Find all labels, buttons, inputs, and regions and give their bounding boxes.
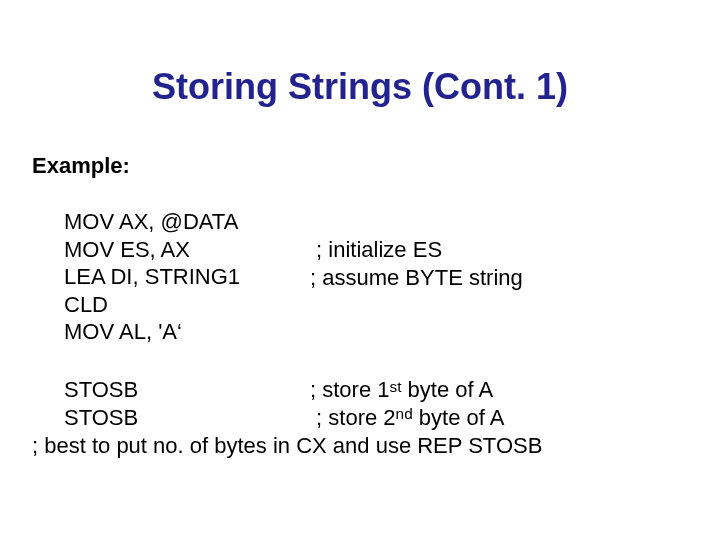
footer-comment-line: ; best to put no. of bytes in CX and use… [32,432,542,460]
code-block-1: MOV AX, @DATA MOV ES, AX LEA DI, STRING1… [64,208,240,346]
ordinal-suffix: nd [396,405,413,422]
slide-title: Storing Strings (Cont. 1) [0,66,720,108]
code-line: LEA DI, STRING1 [64,264,240,289]
ordinal-suffix: st [389,378,401,395]
code-line: STOSB [64,405,138,430]
comment-block-2: ; store 1st byte of A ; store 2nd byte o… [310,376,504,431]
example-label: Example: [32,153,130,179]
slide: Storing Strings (Cont. 1) Example: MOV A… [0,0,720,540]
code-line: STOSB [64,377,138,402]
comment-line: ; store 2nd byte of A [310,405,504,430]
comment-block-1: ; initialize ES ; assume BYTE string [310,236,523,291]
comment-line: ; assume BYTE string [310,265,523,290]
code-block-2: STOSB STOSB [64,376,138,431]
code-line: MOV AL, 'A‘ [64,319,182,344]
code-line: MOV ES, AX [64,237,190,262]
comment-line: ; store 1st byte of A [310,377,493,402]
code-line: MOV AX, @DATA [64,209,238,234]
comment-line: ; initialize ES [310,237,442,262]
code-line: CLD [64,292,108,317]
